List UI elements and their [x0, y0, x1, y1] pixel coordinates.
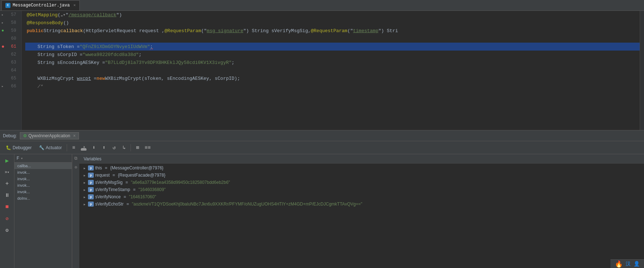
debugger-label: Debugger	[13, 145, 32, 150]
var-value-sverifymsgsig: "a6e6a3779e1ea4358d99450c1825807bdd6eb2b…	[131, 180, 230, 185]
var-item-sverifytimestamp[interactable]: ▸ p sVerifyTimeStamp = "1646036809"	[79, 186, 644, 193]
debug-panel: Debug: ⚙ QywxInnerApplication × 🐛 Debugg…	[0, 130, 644, 268]
resume-btn[interactable]: ▶	[2, 156, 12, 166]
line-65: 65	[0, 74, 18, 82]
var-value-sverifytimestamp: "1646036809"	[138, 187, 166, 192]
line-58: ▸ 58	[0, 19, 18, 27]
stop-btn[interactable]: ■	[2, 202, 12, 212]
tab-messagecontroller[interactable]: C MessageController.java ×	[1, 0, 80, 10]
var-item-request[interactable]: ▸ p request = {RequestFacade@7978}	[79, 172, 644, 179]
expand-sverifymsgsig[interactable]: ▸	[82, 180, 87, 185]
expand-sverifytimestamp[interactable]: ▸	[82, 187, 87, 192]
var-value-request: {RequestFacade@7978}	[118, 173, 166, 178]
frame-right-gutter: ⧉ ⊙	[72, 154, 79, 268]
run-to-cursor-btn[interactable]: ↺	[110, 143, 118, 152]
step-into-btn[interactable]: ⬇	[89, 143, 98, 152]
app-name: QywxInnerApplication	[28, 133, 70, 138]
fold-icon-66[interactable]: ▸	[1, 84, 4, 88]
line-59: ● 59	[0, 27, 18, 35]
customize-data-btn[interactable]: ⊞	[133, 143, 142, 152]
expand-sverifyechostr[interactable]: ▸	[82, 202, 87, 206]
step-out-btn[interactable]: ⬆	[100, 143, 108, 152]
actuator-label: Actuator	[46, 145, 62, 150]
add-watch-btn[interactable]: +	[2, 179, 12, 189]
line-63: 63	[0, 59, 18, 66]
var-name-sverifynonce: sVerifyNonce	[95, 194, 121, 199]
status-icon-2: 汉	[626, 261, 631, 267]
code-editor: ▸ 57 ▸ 58 ● 59 60 ● 61 62 63	[0, 11, 644, 130]
frame-panel: F ▾ callba... invok... invok... invok...…	[14, 154, 72, 268]
tab-close-button[interactable]: ×	[73, 3, 76, 8]
editor-scrollbar[interactable]	[640, 11, 644, 130]
var-item-sverifynonce[interactable]: ▸ p sVerifyNonce = "1646167060"	[79, 193, 644, 200]
app-icon: ⚙	[23, 133, 27, 138]
line-60: 60	[0, 35, 18, 43]
bottom-status-bar: 🔥 汉 👤	[610, 259, 644, 268]
var-name-this: this	[95, 165, 102, 170]
variables-list: ▸ p this = {MessageController@7976} ▸ p …	[79, 164, 644, 268]
double-circle-icon[interactable]: ⊙	[72, 163, 79, 172]
code-line-63: String sEncodingAESKey = "B7LLdDj8la73Yv…	[25, 59, 640, 66]
debugger-tab-btn[interactable]: 🐛 Debugger	[3, 143, 35, 152]
pause-btn[interactable]: ⏸	[2, 190, 12, 200]
actuator-icon: 🔧	[39, 145, 44, 150]
status-icon-1: 🔥	[615, 260, 623, 268]
variables-panel: Variables ▸ p this = {MessageController@…	[79, 154, 644, 268]
frame-item-invok-2[interactable]: invok...	[14, 176, 72, 182]
actuator-tab-btn[interactable]: 🔧 Actuator	[36, 143, 65, 152]
var-value-this: {MessageController@7976}	[110, 165, 164, 170]
fold-icon-58[interactable]: ▸	[1, 21, 4, 25]
layout-btn[interactable]: ≡≡	[143, 143, 152, 152]
var-item-this[interactable]: ▸ p this = {MessageController@7976}	[79, 164, 644, 172]
toolbar-separator-1	[67, 144, 67, 151]
evaluate-btn[interactable]: ↳	[120, 143, 128, 152]
step-over-btn[interactable]	[79, 143, 88, 152]
frame-item-doinv[interactable]: doInv...	[14, 195, 72, 202]
debug-tab-close[interactable]: ×	[73, 133, 76, 138]
code-line-58: @ResponseBody()	[25, 19, 640, 27]
code-line-57: @GetMapping(☁▾"/message/callback")	[25, 11, 640, 19]
var-icon-sverifytimestamp: p	[88, 187, 94, 192]
debug-icon-59[interactable]: ●	[1, 28, 4, 33]
line-57: ▸ 57	[0, 11, 18, 19]
line-66: ▸ 66	[0, 82, 18, 90]
code-line-60	[25, 35, 640, 43]
code-line-59: public String callback(HttpServletReques…	[25, 27, 640, 35]
copy-icon[interactable]: ⧉	[72, 154, 79, 163]
var-value-sverifyechostr: "aozkmeVT1QYDSoeKhj0baluNBc7Jkn6u9XXKRr/…	[132, 202, 362, 207]
status-icon-3: 👤	[634, 261, 640, 267]
variables-title: Variables	[84, 156, 101, 161]
tab-bar: C MessageController.java ×	[0, 0, 644, 11]
code-line-61: String sToken = "QFnZ9iXDmGOYNvye1IUdWVm…	[25, 43, 640, 51]
var-item-sverifyechostr[interactable]: ▸ p sVerifyEchoStr = "aozkmeVT1QYDSoeKhj…	[79, 200, 644, 208]
var-icon-this: p	[88, 165, 94, 170]
debug-app-tab[interactable]: ⚙ QywxInnerApplication ×	[20, 132, 79, 139]
fold-icon-57[interactable]: ▸	[1, 13, 4, 17]
var-name-sverifymsgsig: sVerifyMsgSig	[95, 180, 123, 185]
tab-label: MessageController.java	[13, 3, 70, 8]
code-text-area[interactable]: @GetMapping(☁▾"/message/callback") @Resp…	[22, 11, 640, 130]
var-icon-sverifynonce: p	[88, 194, 94, 199]
var-item-sverifymsgsig[interactable]: ▸ p sVerifyMsgSig = "a6e6a3779e1ea4358d9…	[79, 179, 644, 186]
expand-sverifynonce[interactable]: ▸	[82, 195, 87, 199]
var-name-sverifytimestamp: sVerifyTimeStamp	[95, 187, 130, 192]
frame-item-invok-4[interactable]: invok...	[14, 189, 72, 195]
frame-toolbar: F ▾	[14, 154, 72, 163]
var-icon-sverifyechostr: p	[88, 202, 94, 207]
settings-btn[interactable]: ⚙	[2, 225, 12, 235]
frame-item-callba[interactable]: callba...	[14, 163, 72, 169]
breakpoint-icon-61[interactable]: ●	[1, 44, 4, 49]
expand-this[interactable]: ▸	[82, 166, 87, 170]
frame-list: callba... invok... invok... invok... inv…	[14, 163, 72, 268]
debug-left-panel: ▶ »▾ + ⏸ ■ ⊘ ⚙	[0, 154, 14, 268]
var-name-request: request	[95, 173, 110, 178]
more-btn[interactable]: »▾	[2, 167, 12, 177]
frame-item-invok-3[interactable]: invok...	[14, 182, 72, 189]
frame-dropdown[interactable]: ▾	[21, 156, 23, 161]
frame-item-invok-1[interactable]: invok...	[14, 169, 72, 176]
var-icon-request: p	[88, 173, 94, 178]
expand-request[interactable]: ▸	[82, 173, 87, 177]
annotation-57: @GetMapping	[27, 12, 58, 18]
show-frames-btn[interactable]: ≡	[69, 143, 78, 152]
mute-btn[interactable]: ⊘	[2, 213, 12, 224]
